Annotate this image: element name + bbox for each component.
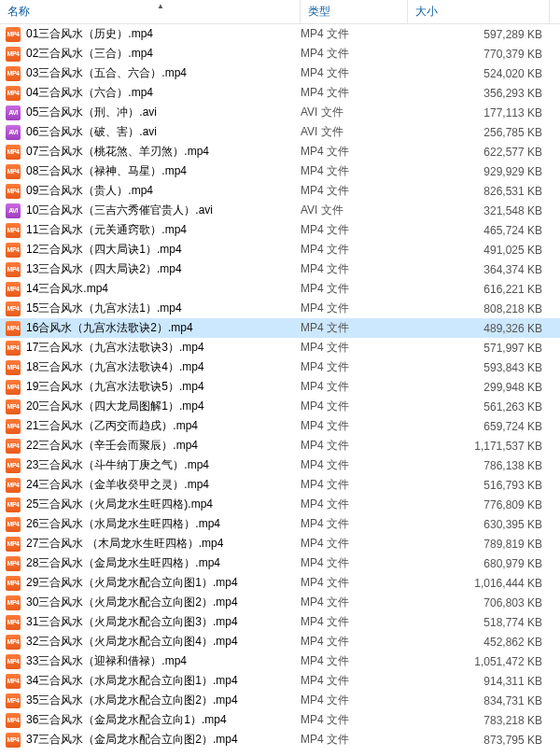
file-type-cell: MP4 文件 — [301, 595, 408, 610]
file-row[interactable]: MP414三合风水.mp4MP4 文件616,221 KB — [0, 279, 560, 299]
avi-file-icon: AVI — [6, 203, 21, 218]
file-name-label: 16合风水（九宫水法歌诀2）.mp4 — [26, 320, 193, 336]
file-row[interactable]: MP409三合风水（贵人）.mp4MP4 文件826,531 KB — [0, 181, 560, 201]
mp4-file-icon: MP4 — [6, 576, 21, 591]
column-header-size[interactable]: 大小 — [408, 0, 550, 23]
mp4-file-icon: MP4 — [6, 419, 21, 434]
file-row[interactable]: AVI10三合风水（三吉六秀催官贵人）.aviAVI 文件321,548 KB — [0, 201, 560, 220]
file-row[interactable]: MP419三合风水（九宫水法歌诀5）.mp4MP4 文件299,948 KB — [0, 377, 560, 397]
file-row[interactable]: MP435三合风水（水局龙水配合立向图2）.mp4MP4 文件834,731 K… — [0, 691, 560, 710]
file-row[interactable]: MP432三合风水（火局龙水配合立向图4）.mp4MP4 文件452,862 K… — [0, 632, 560, 651]
file-row[interactable]: MP416合风水（九宫水法歌诀2）.mp4MP4 文件489,326 KB — [0, 318, 560, 338]
file-name-label: 32三合风水（火局龙水配合立向图4）.mp4 — [26, 634, 238, 650]
file-row[interactable]: MP417三合风水（九宫水法歌诀3）.mp4MP4 文件571,997 KB — [0, 338, 560, 357]
file-size-cell: 177,113 KB — [408, 106, 550, 119]
mp4-file-icon: MP4 — [6, 693, 21, 708]
mp4-file-icon: MP4 — [6, 733, 21, 748]
file-row[interactable]: MP402三合风水（三合）.mp4MP4 文件770,379 KB — [0, 44, 560, 63]
file-row[interactable]: MP401三合风水（历史）.mp4MP4 文件597,289 KB — [0, 24, 560, 44]
file-name-label: 24三合风水（金羊收癸甲之灵）.mp4 — [26, 477, 209, 493]
file-row[interactable]: MP423三合风水（斗牛纳丁庚之气）.mp4MP4 文件786,138 KB — [0, 455, 560, 475]
file-name-cell: MP433三合风水（迎禄和借禄）.mp4 — [6, 653, 301, 669]
file-name-label: 08三合风水（禄神、马星）.mp4 — [26, 163, 187, 179]
file-name-label: 18三合风水（九宫水法歌诀4）.mp4 — [26, 359, 204, 375]
file-type-cell: MP4 文件 — [301, 536, 408, 552]
file-name-label: 05三合风水（刑、冲）.avi — [26, 105, 157, 120]
file-row[interactable]: MP418三合风水（九宫水法歌诀4）.mp4MP4 文件593,843 KB — [0, 357, 560, 377]
file-row[interactable]: MP428三合风水（金局龙水生旺四格）.mp4MP4 文件680,979 KB — [0, 553, 560, 573]
file-size-cell: 518,774 KB — [408, 616, 550, 629]
file-name-cell: MP411三合风水（元关通窍歌）.mp4 — [6, 222, 301, 238]
file-row[interactable]: MP431三合风水（火局龙水配合立向图3）.mp4MP4 文件518,774 K… — [0, 612, 560, 632]
file-name-cell: MP421三合风水（乙丙交而趋戌）.mp4 — [6, 418, 301, 434]
mp4-file-icon: MP4 — [6, 184, 21, 199]
file-row[interactable]: MP437三合风水（金局龙水配合立向图2）.mp4MP4 文件873,795 K… — [0, 730, 560, 749]
file-name-label: 11三合风水（元关通窍歌）.mp4 — [26, 222, 187, 238]
file-name-cell: MP434三合风水（水局龙水配合立向图1）.mp4 — [6, 673, 301, 689]
file-name-label: 35三合风水（水局龙水配合立向图2）.mp4 — [26, 693, 238, 708]
file-size-cell: 1,016,444 KB — [408, 577, 550, 590]
file-type-cell: MP4 文件 — [301, 477, 408, 493]
file-name-cell: AVI06三合风水（破、害）.avi — [6, 124, 301, 140]
file-row[interactable]: MP403三合风水（五合、六合）.mp4MP4 文件524,020 KB — [0, 63, 560, 83]
file-type-cell: AVI 文件 — [301, 105, 408, 120]
file-name-label: 26三合风水（水局龙水生旺四格）.mp4 — [26, 516, 220, 532]
file-name-label: 20三合风水（四大龙局图解1）.mp4 — [26, 399, 204, 414]
file-name-label: 27三合风水 （木局龙水生旺四格）.mp4 — [26, 536, 223, 552]
file-list: MP401三合风水（历史）.mp4MP4 文件597,289 KBMP402三合… — [0, 24, 560, 749]
file-name-cell: MP413三合风水（四大局诀2）.mp4 — [6, 261, 301, 277]
file-row[interactable]: MP426三合风水（水局龙水生旺四格）.mp4MP4 文件630,395 KB — [0, 514, 560, 534]
file-row[interactable]: MP415三合风水（九宫水法1）.mp4MP4 文件808,218 KB — [0, 299, 560, 318]
file-type-cell: MP4 文件 — [301, 379, 408, 395]
file-name-cell: MP409三合风水（贵人）.mp4 — [6, 183, 301, 199]
file-name-label: 28三合风水（金局龙水生旺四格）.mp4 — [26, 555, 220, 571]
file-row[interactable]: MP413三合风水（四大局诀2）.mp4MP4 文件364,374 KB — [0, 259, 560, 279]
column-header-name[interactable]: 名称 ▲ — [0, 0, 301, 23]
file-row[interactable]: MP434三合风水（水局龙水配合立向图1）.mp4MP4 文件914,311 K… — [0, 671, 560, 691]
file-row[interactable]: MP425三合风水（火局龙水生旺四格).mp4MP4 文件776,809 KB — [0, 495, 560, 514]
file-name-cell: MP429三合风水（火局龙水配合立向图1）.mp4 — [6, 575, 301, 591]
mp4-file-icon: MP4 — [6, 595, 21, 610]
file-type-cell: MP4 文件 — [301, 399, 408, 414]
file-size-cell: 789,819 KB — [408, 538, 550, 551]
file-row[interactable]: MP421三合风水（乙丙交而趋戌）.mp4MP4 文件659,724 KB — [0, 416, 560, 436]
file-row[interactable]: MP422三合风水（辛壬会而聚辰）.mp4MP4 文件1,171,537 KB — [0, 436, 560, 455]
file-type-cell: MP4 文件 — [301, 301, 408, 316]
file-name-label: 09三合风水（贵人）.mp4 — [26, 183, 153, 199]
file-name-cell: MP402三合风水（三合）.mp4 — [6, 46, 301, 62]
file-name-label: 02三合风水（三合）.mp4 — [26, 46, 153, 62]
file-name-cell: MP404三合风水（六合）.mp4 — [6, 85, 301, 101]
file-row[interactable]: MP427三合风水 （木局龙水生旺四格）.mp4MP4 文件789,819 KB — [0, 534, 560, 553]
mp4-file-icon: MP4 — [6, 556, 21, 571]
file-type-cell: MP4 文件 — [301, 614, 408, 630]
file-name-label: 33三合风水（迎禄和借禄）.mp4 — [26, 653, 187, 669]
file-row[interactable]: MP429三合风水（火局龙水配合立向图1）.mp4MP4 文件1,016,444… — [0, 573, 560, 593]
file-row[interactable]: AVI06三合风水（破、害）.aviAVI 文件256,785 KB — [0, 122, 560, 142]
avi-file-icon: AVI — [6, 105, 21, 120]
file-size-cell: 834,731 KB — [408, 694, 550, 707]
file-name-cell: MP408三合风水（禄神、马星）.mp4 — [6, 163, 301, 179]
column-header-type[interactable]: 类型 — [301, 0, 408, 23]
file-name-cell: MP416合风水（九宫水法歌诀2）.mp4 — [6, 320, 301, 336]
file-row[interactable]: AVI05三合风水（刑、冲）.aviAVI 文件177,113 KB — [0, 103, 560, 122]
file-name-label: 14三合风水.mp4 — [26, 281, 108, 297]
file-row[interactable]: MP411三合风水（元关通窍歌）.mp4MP4 文件465,724 KB — [0, 220, 560, 240]
sort-indicator-icon: ▲ — [157, 2, 164, 10]
mp4-file-icon: MP4 — [6, 164, 21, 179]
file-name-cell: MP418三合风水（九宫水法歌诀4）.mp4 — [6, 359, 301, 375]
file-name-cell: MP431三合风水（火局龙水配合立向图3）.mp4 — [6, 614, 301, 630]
file-type-cell: MP4 文件 — [301, 222, 408, 238]
file-row[interactable]: MP408三合风水（禄神、马星）.mp4MP4 文件929,929 KB — [0, 161, 560, 181]
file-name-cell: MP430三合风水（火局龙水配合立向图2）.mp4 — [6, 595, 301, 610]
file-row[interactable]: MP407三合风水（桃花煞、羊刃煞）.mp4MP4 文件622,577 KB — [0, 142, 560, 161]
file-row[interactable]: MP433三合风水（迎禄和借禄）.mp4MP4 文件1,051,472 KB — [0, 651, 560, 671]
file-row[interactable]: MP420三合风水（四大龙局图解1）.mp4MP4 文件561,263 KB — [0, 397, 560, 416]
file-size-cell: 452,862 KB — [408, 636, 550, 649]
file-row[interactable]: MP430三合风水（火局龙水配合立向图2）.mp4MP4 文件706,803 K… — [0, 593, 560, 612]
file-row[interactable]: MP424三合风水（金羊收癸甲之灵）.mp4MP4 文件516,793 KB — [0, 475, 560, 495]
file-row[interactable]: MP404三合风水（六合）.mp4MP4 文件356,293 KB — [0, 83, 560, 103]
mp4-file-icon: MP4 — [6, 537, 21, 552]
file-row[interactable]: MP436三合风水（金局龙水配合立向1）.mp4MP4 文件783,218 KB — [0, 710, 560, 730]
file-type-cell: MP4 文件 — [301, 242, 408, 258]
file-row[interactable]: MP412三合风水（四大局诀1）.mp4MP4 文件491,025 KB — [0, 240, 560, 259]
